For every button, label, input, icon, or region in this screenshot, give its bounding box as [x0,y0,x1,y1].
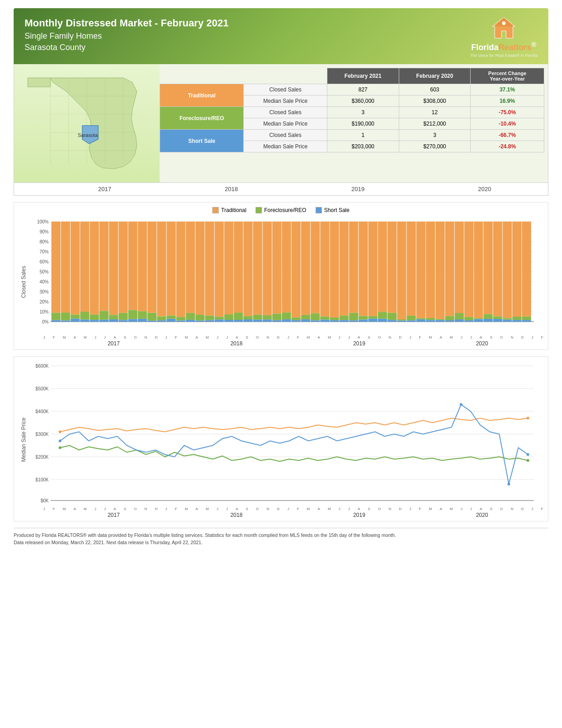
year-2019: 2019 [351,186,365,192]
line-chart-section: Median Sale Price $600K $500K $400K $300… [14,356,548,521]
svg-marker-4 [28,78,50,87]
month-label: O [134,335,137,339]
svg-text:90%: 90% [40,229,49,234]
svg-marker-3 [50,78,137,169]
svg-rect-79 [176,321,186,322]
svg-rect-95 [234,222,243,313]
month-label: M [63,335,66,339]
month-label: F [53,507,55,511]
svg-rect-137 [368,222,377,316]
svg-text:20%: 20% [40,299,49,304]
svg-rect-75 [166,315,176,318]
svg-rect-44 [70,222,80,314]
svg-rect-152 [416,222,426,318]
svg-rect-144 [387,313,396,320]
svg-rect-157 [426,320,435,322]
value-feb2021: 1 [327,130,399,141]
svg-rect-138 [368,316,377,319]
bar-chart-year-labels: 2017 2018 2019 2020 [52,340,543,347]
florida-map-svg: .fl-state { fill: #c8dfa0; stroke: #9ab8… [23,73,151,173]
month-label: A [74,507,76,511]
svg-text:$0K: $0K [40,498,49,503]
svg-rect-119 [311,222,320,313]
svg-rect-65 [138,222,147,311]
month-label: A [480,507,482,511]
month-label: N [145,335,147,339]
month-label: F [53,335,55,339]
svg-rect-86 [205,222,214,316]
month-label: J [348,335,350,339]
svg-rect-160 [436,320,445,322]
svg-text:$600K: $600K [35,364,49,369]
svg-rect-172 [474,319,483,322]
svg-rect-100 [243,319,252,322]
svg-rect-49 [80,319,89,322]
svg-rect-163 [445,320,454,322]
svg-rect-63 [128,310,137,319]
col-header-feb2021: February 2021 [327,68,399,84]
svg-text:60%: 60% [40,259,49,264]
year-2020: 2020 [478,186,491,192]
svg-rect-91 [215,319,224,322]
year-2017: 2017 [98,186,111,192]
logo-icon [490,16,517,39]
month-label: O [378,335,381,339]
month-label: J [95,507,96,511]
svg-rect-115 [291,320,301,322]
month-label: J [532,335,533,339]
metric-label: Closed Sales [244,107,327,118]
month-label: M [206,335,209,339]
svg-rect-117 [301,315,310,319]
svg-rect-142 [378,319,387,322]
svg-rect-56 [109,222,118,315]
svg-rect-106 [263,319,272,322]
svg-rect-169 [464,320,473,322]
svg-rect-40 [51,320,60,322]
month-label: A [440,507,442,511]
svg-rect-77 [176,222,186,317]
svg-rect-78 [176,317,186,321]
svg-rect-136 [359,320,368,322]
legend-swatch-traditional [212,207,219,213]
svg-rect-131 [349,222,358,313]
svg-rect-67 [138,319,147,322]
svg-rect-66 [138,311,147,319]
svg-rect-180 [503,318,512,319]
svg-rect-165 [455,313,464,319]
svg-text:$400K: $400K [35,409,49,414]
line-chart-year-labels: 2017 2018 2019 2020 [52,512,543,518]
logo-brand-text: FloridaRealtors® [470,40,537,52]
bar-chart-section: Traditional Foreclosure/REO Short Sale C… [14,202,548,350]
svg-rect-186 [522,317,531,320]
month-label: J [104,335,106,339]
svg-rect-161 [445,222,454,316]
svg-rect-121 [311,320,320,322]
month-label: M [307,507,310,511]
value-feb2020: $212,000 [399,118,471,130]
svg-rect-47 [80,222,89,312]
svg-rect-134 [359,222,368,316]
svg-rect-187 [522,320,531,322]
svg-rect-133 [349,320,358,322]
metric-label: Closed Sales [244,84,327,96]
bar-chart-svg: 100% 90% 80% 70% 60% 50% 40% 30% [29,217,543,335]
svg-rect-166 [455,319,464,322]
svg-rect-48 [80,312,89,319]
month-label: J [43,507,45,511]
svg-rect-178 [493,319,502,322]
svg-rect-55 [100,320,109,322]
svg-rect-156 [426,318,435,320]
line-year-2020: 2020 [476,512,488,518]
svg-rect-92 [224,222,233,314]
month-label: S [490,335,492,339]
data-table: February 2021 February 2020 Percent Chan… [160,68,544,152]
bar-year-2018: 2018 [231,340,243,347]
svg-rect-58 [109,319,118,322]
svg-rect-116 [301,222,310,315]
svg-rect-62 [128,222,137,310]
svg-point-207 [460,403,462,406]
legend-label-shortsale: Short Sale [324,207,350,213]
svg-rect-80 [186,222,195,313]
logo-sub-text: The Voice for Real Estate® in Florida [470,53,537,58]
svg-text:Sarasota: Sarasota [78,132,98,138]
